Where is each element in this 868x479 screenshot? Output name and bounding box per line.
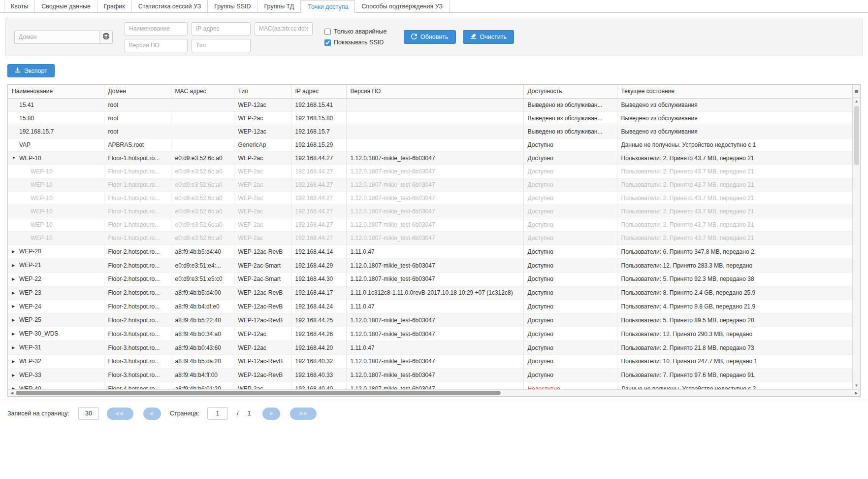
column-header[interactable]: Тип <box>234 85 291 98</box>
table-row[interactable]: ▶WEP-20Floor-2.hotspot.ro...a8:f9:4b:b5:… <box>8 245 852 259</box>
domain-picker-button[interactable] <box>99 31 113 44</box>
last-page-button[interactable]: >> <box>290 408 317 420</box>
column-header[interactable]: Версия ПО <box>346 85 523 98</box>
table-row[interactable]: WEP-10Floor-1.hotspot.ro...e0:d9:e3:52:6… <box>8 165 852 178</box>
clear-button[interactable]: Очистить <box>463 30 514 44</box>
first-page-button[interactable]: << <box>107 408 133 420</box>
expand-icon[interactable]: ▶ <box>12 369 19 382</box>
expand-icon[interactable]: ▶ <box>12 300 19 313</box>
expand-icon[interactable]: ▶ <box>12 342 19 354</box>
table-row[interactable]: ▶WEP-30_WDSFloor-3.hotspot.ro...a8:f9:4b… <box>8 327 852 341</box>
cell-availability: Доступно <box>523 368 617 382</box>
table-row[interactable]: WEP-10Floor-1.hotspot.ro...e0:d9:e3:52:6… <box>8 218 852 232</box>
horizontal-scroll-thumb[interactable] <box>16 391 501 395</box>
cell-type: WEP-12ac-RevB <box>234 368 291 382</box>
cell-version: 1.11.0.47 <box>346 300 523 313</box>
domain-filter-group <box>14 31 113 44</box>
column-header[interactable]: IP адрес <box>291 85 346 98</box>
cell-domain: root <box>104 98 171 111</box>
show-ssid-label: Показывать SSID <box>334 39 384 46</box>
type-filter-input[interactable] <box>192 39 251 52</box>
cell-version: 1.12.0.1807-mikle_test-6b03047 <box>346 151 523 165</box>
column-menu-button[interactable]: ≡ <box>852 85 860 98</box>
expand-icon[interactable]: ▶ <box>12 314 19 327</box>
table-row[interactable]: ▶WEP-21Floor-2.hotspot.ro...e0:d9:e3:51:… <box>8 259 852 273</box>
table-row[interactable]: ▶WEP-25Floor-2.hotspot.ro...a8:f9:4b:b5:… <box>8 313 852 327</box>
cell-type: WEP-12ac <box>234 98 291 111</box>
table-row[interactable]: WEP-10Floor-1.hotspot.ro...e0:d9:e3:52:6… <box>8 192 852 205</box>
cell-mac: a8:f9:4b:b5:d4:00 <box>171 286 234 300</box>
scroll-up-icon[interactable]: ▲ <box>855 98 859 105</box>
table-row[interactable]: ▼WEP-10Floor-1.hotspot.ro...e0:d9:e3:52:… <box>8 151 852 165</box>
cell-state: Пользователи: 12. Принято 283.3 MB, пере… <box>617 259 852 273</box>
page-input[interactable] <box>207 407 228 420</box>
domain-input[interactable] <box>14 31 99 44</box>
table-row[interactable]: 15.41rootWEP-12ac192.168.15.41Выведено и… <box>8 98 852 111</box>
table-row[interactable]: VAPAPBRAS.rootGenericAp192.168.15.29Дост… <box>8 138 852 151</box>
cell-type: WEP-12ac-RevB <box>234 300 291 313</box>
cell-state: Выведено из обслуживания <box>617 125 852 138</box>
table-row[interactable]: WEP-10Floor-1.hotspot.ro...e0:d9:e3:52:6… <box>8 205 852 218</box>
refresh-button[interactable]: Обновить <box>404 30 456 44</box>
column-header[interactable]: Наименование <box>8 85 104 98</box>
name-filter-input[interactable] <box>125 22 188 35</box>
scroll-left-icon[interactable]: ◀ <box>8 390 16 397</box>
only-faulty-check[interactable]: Только аварийные <box>324 28 391 35</box>
expand-icon[interactable]: ▶ <box>12 287 19 300</box>
cell-type: WEP-2ac <box>234 111 291 125</box>
tab-1[interactable]: Сводные данные <box>35 0 97 12</box>
version-filter-input[interactable] <box>125 39 188 52</box>
show-ssid-check[interactable]: Показывать SSID <box>324 39 391 46</box>
cell-ip: 192.168.15.7 <box>291 125 346 138</box>
cell-version: 1.12.0.1807-mikle_test-6b03047 <box>346 327 523 341</box>
tab-7[interactable]: Способы подтверждения УЗ <box>355 0 450 12</box>
table-row[interactable]: WEP-10Floor-1.hotspot.ro...e0:d9:e3:52:6… <box>8 178 852 192</box>
only-faulty-checkbox[interactable] <box>324 29 331 35</box>
table-row[interactable]: ▶WEP-32Floor-3.hotspot.ro...a8:f9:4b:b5:… <box>8 354 852 368</box>
expand-icon[interactable]: ▶ <box>12 259 19 272</box>
tab-6[interactable]: Точки доступа <box>301 0 355 13</box>
table-row[interactable]: ▶WEP-22Floor-2.hotspot.ro...e0:d9:e3:51:… <box>8 272 852 286</box>
cell-version: 1.12.0.1807-mikle_test-6b03047 <box>346 354 523 368</box>
tab-0[interactable]: Квоты <box>4 0 35 12</box>
vertical-scrollbar[interactable]: ▲ ▼ <box>852 98 860 389</box>
expand-icon[interactable]: ▶ <box>12 396 19 397</box>
horizontal-scrollbar[interactable]: ◀ ▶ <box>8 389 860 396</box>
mac-filter-input[interactable] <box>255 22 313 35</box>
expand-icon[interactable]: ▶ <box>12 328 19 341</box>
table-row[interactable]: 192.168.15.7rootWEP-12ac192.168.15.7Выве… <box>8 125 852 138</box>
table-row[interactable]: 15.80rootWEP-2ac192.168.15.80Выведено из… <box>8 111 852 125</box>
cell-version: 1.12.0.1807-mikle_test-6b03047 <box>346 272 523 286</box>
scroll-down-icon[interactable]: ▼ <box>855 382 859 389</box>
column-header[interactable]: Домен <box>104 85 171 98</box>
expand-icon[interactable]: ▶ <box>12 273 19 286</box>
scroll-right-icon[interactable]: ▶ <box>852 390 860 397</box>
per-page-input[interactable] <box>78 407 99 420</box>
table-row[interactable]: ▶WEP-31Floor-3.hotspot.ro...a8:f9:4b:b0:… <box>8 341 852 355</box>
cell-state: Пользователи: 2. Принято 43.7 MB, переда… <box>617 205 852 218</box>
column-header[interactable]: Текущее состояние <box>617 85 852 98</box>
tab-3[interactable]: Статистика сессий УЗ <box>132 0 208 12</box>
cell-state: Пользователи: 10. Принято 247.7 MB, пере… <box>617 354 852 368</box>
cell-ip: 192.168.44.30 <box>291 272 346 286</box>
next-page-button[interactable]: > <box>262 408 280 420</box>
table-row[interactable]: ▶WEP-24Floor-2.hotspot.ro...a8:f9:4b:b4:… <box>8 300 852 313</box>
collapse-icon[interactable]: ▼ <box>12 152 19 165</box>
tab-4[interactable]: Группы SSID <box>208 0 257 12</box>
cell-ip: 192.168.44.27 <box>291 192 346 205</box>
column-header[interactable]: MAC адрес <box>171 85 234 98</box>
export-button[interactable]: Экспорт <box>7 64 55 77</box>
column-header[interactable]: Доступность <box>523 85 617 98</box>
prev-page-button[interactable]: < <box>143 408 161 420</box>
ip-filter-input[interactable] <box>192 22 251 35</box>
cell-type: WEP-2ac <box>234 178 291 192</box>
table-row[interactable]: WEP-10Floor-1.hotspot.ro...e0:d9:e3:52:6… <box>8 232 852 245</box>
table-row[interactable]: ▶WEP-23Floor-2.hotspot.ro...a8:f9:4b:b5:… <box>8 286 852 300</box>
tab-2[interactable]: График <box>97 0 132 12</box>
expand-icon[interactable]: ▶ <box>12 245 19 258</box>
tab-5[interactable]: Группы ТД <box>258 0 301 12</box>
show-ssid-checkbox[interactable] <box>324 39 331 46</box>
table-row[interactable]: ▶WEP-33Floor-3.hotspot.ro...a8:f9:4b:b4:… <box>8 368 852 382</box>
expand-icon[interactable]: ▶ <box>12 355 19 368</box>
vertical-scroll-thumb[interactable] <box>854 106 859 165</box>
